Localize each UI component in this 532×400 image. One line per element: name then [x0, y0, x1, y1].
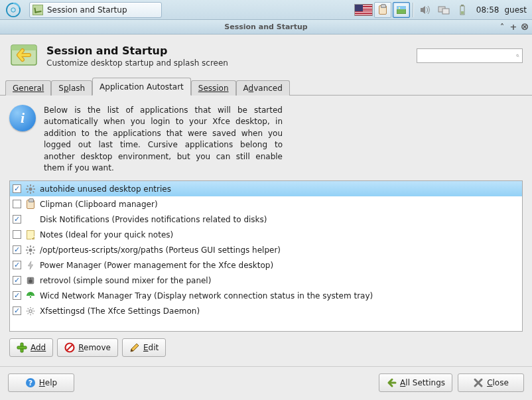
gear-icon [25, 184, 36, 194]
svg-rect-3 [397, 6, 406, 9]
forbidden-icon [64, 342, 75, 353]
window-titlebar[interactable]: Session and Startup ˄ + ⊗ [0, 20, 532, 34]
autostart-row[interactable]: autohide unused desktop entries [10, 181, 522, 196]
autostart-label: Clipman (Clipboard manager) [40, 200, 158, 209]
edit-button[interactable]: Edit [122, 338, 166, 357]
search-icon [516, 51, 519, 60]
checkbox[interactable] [13, 291, 21, 300]
cog-icon [25, 306, 36, 316]
autostart-label: /opt/porteus-scripts/xorg/paths (Porteus… [40, 245, 281, 255]
svg-line-31 [27, 252, 29, 253]
bolt-icon [25, 260, 36, 271]
tab-splash[interactable]: Splash [51, 80, 92, 96]
checkbox[interactable] [13, 230, 21, 239]
taskbar-item-session[interactable]: Session and Startup [29, 2, 162, 18]
svg-point-33 [29, 279, 32, 283]
autostart-row[interactable]: Power Manager (Power management for the … [10, 257, 522, 273]
window-maximize-icon[interactable]: + [509, 22, 518, 31]
svg-rect-9 [461, 11, 464, 14]
checkbox[interactable] [13, 261, 21, 269]
svg-line-20 [33, 191, 34, 192]
svg-point-34 [30, 277, 31, 279]
keyboard-layout-us-icon[interactable] [354, 4, 373, 16]
tab-application-autostart[interactable]: Application Autostart [92, 78, 191, 96]
info-icon: i [9, 105, 36, 131]
svg-text:?: ? [29, 379, 33, 387]
svg-line-19 [27, 186, 29, 187]
svg-line-22 [27, 191, 29, 192]
checkbox[interactable] [13, 245, 21, 254]
svg-point-12 [517, 54, 519, 56]
clipboard-icon [379, 5, 387, 15]
autostart-row[interactable]: Xfsettingsd (The Xfce Settings Daemon) [10, 303, 522, 318]
header-app-icon [9, 41, 38, 70]
autostart-row[interactable]: Disk Notifications (Provides notificatio… [10, 212, 522, 227]
checkbox[interactable] [13, 184, 21, 193]
window-title: Session and Startup [224, 23, 307, 31]
tab-body: i Below is the list of applications that… [0, 96, 532, 364]
autostart-row[interactable]: retrovol (simple sound mixer for the pan… [10, 273, 522, 288]
svg-point-1 [11, 7, 15, 11]
autostart-row[interactable]: Wicd Network Manager Tray (Display netwo… [10, 288, 522, 303]
checkbox[interactable] [13, 306, 21, 315]
network-tray-icon[interactable] [435, 2, 452, 18]
page-title: Session and Startup [46, 44, 228, 57]
top-panel: Session and Startup 08:58 guest [0, 0, 532, 20]
battery-tray-icon[interactable] [454, 2, 471, 18]
checkbox[interactable] [13, 215, 21, 224]
svg-point-36 [29, 310, 32, 312]
autostart-list[interactable]: autohide unused desktop entriesClipman (… [9, 180, 523, 332]
autostart-row[interactable]: Clipman (Clipboard manager) [10, 196, 522, 212]
dialog-footer: ? Help All Settings Close [0, 366, 532, 400]
tab-advanced[interactable]: Advanced [236, 80, 290, 96]
desktop-tray-icon[interactable] [393, 2, 410, 18]
info-row: i Below is the list of applications that… [9, 105, 523, 174]
battery-icon [459, 5, 466, 15]
remove-button[interactable]: Remove [57, 338, 118, 357]
autostart-row[interactable]: /opt/porteus-scripts/xorg/paths (Porteus… [10, 242, 522, 257]
volume-tray-icon[interactable] [417, 2, 434, 18]
header: Session and Startup Customize desktop st… [0, 34, 532, 76]
none-icon [25, 214, 36, 225]
svg-line-28 [27, 247, 29, 248]
svg-point-23 [29, 248, 32, 251]
checkbox[interactable] [13, 200, 21, 208]
autostart-label: retrovol (simple sound mixer for the pan… [40, 276, 211, 285]
user-label[interactable]: guest [504, 5, 529, 15]
speaker-icon [25, 275, 36, 286]
tab-general[interactable]: General [5, 80, 51, 96]
autostart-label: Power Manager (Power management for the … [40, 261, 273, 270]
svg-point-4 [399, 7, 400, 8]
add-button[interactable]: Add [9, 338, 53, 357]
clip-icon [25, 199, 36, 210]
svg-line-29 [33, 252, 34, 253]
svg-rect-8 [461, 5, 464, 6]
start-menu-button[interactable] [3, 1, 24, 19]
system-tray: 08:58 guest [354, 0, 529, 19]
autostart-label: autohide unused desktop entries [40, 184, 171, 194]
clock[interactable]: 08:58 [472, 5, 503, 15]
autostart-label: Disk Notifications (Provides notificatio… [40, 215, 267, 224]
svg-rect-6 [442, 9, 449, 14]
taskbar-item-label: Session and Startup [47, 5, 127, 15]
session-startup-icon [33, 5, 43, 15]
autostart-row[interactable]: Notes (Ideal for your quick notes) [10, 227, 522, 242]
autostart-label: Xfsettingsd (The Xfce Settings Daemon) [40, 306, 200, 316]
help-button[interactable]: ? Help [8, 373, 74, 392]
checkbox[interactable] [13, 276, 21, 285]
clipboard-tray-icon[interactable] [374, 2, 391, 18]
svg-line-13 [518, 56, 519, 57]
pencil-icon [129, 342, 140, 353]
autostart-label: Wicd Network Manager Tray (Display netwo… [40, 291, 373, 300]
tab-bar: General Splash Application Autostart Ses… [0, 78, 532, 96]
all-settings-button[interactable]: All Settings [379, 373, 452, 392]
window-minimize-icon[interactable]: ˄ [498, 22, 507, 31]
window-close-icon[interactable]: ⊗ [520, 22, 529, 31]
search-input[interactable] [420, 52, 516, 60]
help-icon: ? [25, 377, 36, 388]
tab-session[interactable]: Session [191, 80, 236, 96]
gear-icon [25, 245, 36, 255]
close-button[interactable]: Close [458, 373, 524, 392]
plus-icon [17, 342, 27, 353]
search-box[interactable] [417, 48, 523, 63]
